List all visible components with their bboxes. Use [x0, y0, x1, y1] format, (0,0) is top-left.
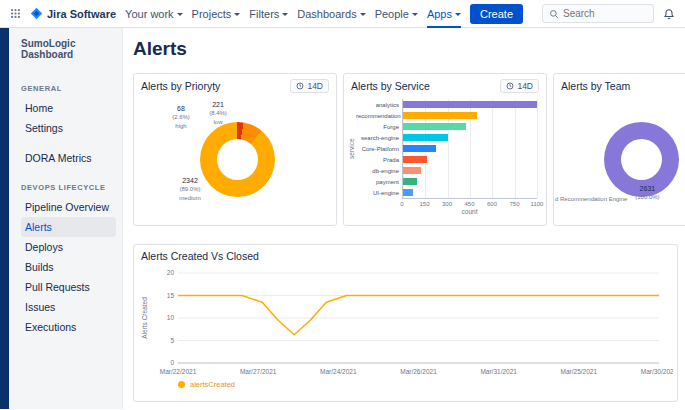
- sidebar-item-issues[interactable]: Issues: [21, 297, 116, 317]
- x-tick-label: Mar/26/2021: [400, 368, 437, 375]
- y-tick-label: 15: [167, 292, 175, 299]
- x-tick-label: 750: [509, 201, 519, 207]
- sidebar-item-settings[interactable]: Settings: [21, 118, 116, 138]
- bar-UI-engine[interactable]: [403, 189, 413, 196]
- chevron-down-icon: [177, 13, 183, 16]
- sidebar-item-executions[interactable]: Executions: [21, 317, 116, 337]
- search-input[interactable]: [563, 8, 645, 19]
- x-axis-label: count: [402, 208, 537, 215]
- card-title: Alerts by Prioryty: [141, 80, 220, 92]
- legend-label: alertsCreated: [190, 380, 235, 389]
- x-tick-label: 1100: [531, 201, 544, 207]
- time-range-badge[interactable]: 14D: [500, 79, 539, 93]
- bar-search-engine[interactable]: [403, 134, 448, 141]
- sidebar: SumoLogic Dashboard GENERAL Home Setting…: [9, 28, 123, 409]
- main-content: Alerts Alerts by Prioryty 14D 68: [123, 28, 685, 409]
- series-alertsCreated[interactable]: [178, 296, 659, 335]
- x-tick-label: 150: [419, 201, 429, 207]
- bar-plot: [402, 99, 537, 199]
- x-tick-label: 0: [400, 201, 403, 207]
- bar-Prada[interactable]: [403, 156, 427, 163]
- sidebar-item-dora-metrics[interactable]: DORA Metrics: [21, 148, 116, 168]
- chevron-down-icon: [282, 13, 288, 16]
- chevron-down-icon: [455, 13, 461, 16]
- create-button[interactable]: Create: [470, 4, 523, 24]
- sidebar-item-deploys[interactable]: Deploys: [21, 237, 116, 257]
- project-nav-strip: [0, 28, 9, 409]
- time-range-badge[interactable]: 14D: [290, 79, 329, 93]
- annotation-high: 68 (2.6%) high: [168, 104, 194, 130]
- sidebar-item-pull-requests[interactable]: Pull Requests: [21, 277, 116, 297]
- y-axis-label: service: [347, 99, 356, 199]
- x-tick-label: Mar/24/2021: [320, 368, 357, 375]
- category-label: db-engine: [356, 168, 399, 174]
- sidebar-title: SumoLogic Dashboard: [21, 38, 116, 60]
- category-label: analytics: [356, 102, 399, 108]
- category-label: recommendation: [356, 113, 399, 119]
- card-alerts-by-team: Alerts by Team 14D d Recommendation Engi…: [553, 73, 685, 226]
- category-label: payment: [356, 179, 399, 185]
- sidebar-item-builds[interactable]: Builds: [21, 257, 116, 277]
- nav-item-filters[interactable]: Filters: [249, 0, 288, 28]
- sidebar-item-home[interactable]: Home: [21, 98, 116, 118]
- chart-legend[interactable]: alertsCreated: [134, 377, 677, 389]
- clock-icon: [506, 82, 514, 90]
- card-title: Alerts by Team: [561, 80, 630, 92]
- x-tick-label: Mar/31/2021: [480, 368, 517, 375]
- x-tick-label: 300: [442, 201, 452, 207]
- x-tick-label: Mar/30/2021: [641, 368, 673, 375]
- team-donut-chart: d Recommendation Engine 2631 (100.0%): [554, 96, 685, 222]
- x-axis-ticks: 01503004506007501100: [402, 199, 537, 208]
- clock-icon: [296, 82, 304, 90]
- chevron-down-icon: [234, 13, 240, 16]
- category-label: Core-Platform: [356, 146, 399, 152]
- search-box[interactable]: [542, 4, 654, 23]
- card-title: Alerts by Service: [351, 80, 430, 92]
- bar-recommendation[interactable]: [403, 112, 477, 119]
- category-label: search-engine: [356, 135, 399, 141]
- sidebar-item-alerts[interactable]: Alerts: [21, 217, 116, 237]
- nav-item-apps[interactable]: Apps: [427, 0, 461, 28]
- page-title: Alerts: [133, 38, 685, 60]
- search-icon: [549, 9, 559, 19]
- sidebar-item-pipeline-overview[interactable]: Pipeline Overview: [21, 197, 116, 217]
- category-label: Prada: [356, 157, 399, 163]
- annotation-low: 221 (8.4%) low: [204, 100, 232, 126]
- priority-donut-chart: 68 (2.6%) high 221 (8.4%) low 2342 (89.0…: [134, 96, 336, 222]
- bar-db-engine[interactable]: [403, 167, 421, 174]
- jira-logo-icon: [30, 7, 43, 20]
- line-chart-svg: 05101520Mar/22/2021Mar/27/2021Mar/24/202…: [138, 265, 673, 377]
- bar-Core-Platform[interactable]: [403, 145, 436, 152]
- nav-item-people[interactable]: People: [375, 0, 418, 28]
- donut-ring[interactable]: [200, 122, 275, 197]
- chevron-down-icon: [360, 13, 366, 16]
- card-alerts-created-vs-closed: Alerts Created Vs Closed 05101520Mar/22/…: [133, 244, 678, 402]
- alerts-line-chart: 05101520Mar/22/2021Mar/27/2021Mar/24/202…: [138, 265, 673, 377]
- x-tick-label: Mar/25/2021: [561, 368, 598, 375]
- card-alerts-by-service: Alerts by Service 14D service analyticsr…: [343, 73, 547, 226]
- annotation-medium: 2342 (89.0%) medium: [170, 176, 210, 202]
- jira-brand[interactable]: Jira Software: [30, 7, 116, 20]
- y-tick-label: 10: [167, 314, 175, 321]
- category-label: Forge: [356, 124, 399, 130]
- x-tick-label: 450: [464, 201, 474, 207]
- nav-item-your-work[interactable]: Your work: [125, 0, 183, 28]
- card-alerts-by-priority: Alerts by Prioryty 14D 68 (2.6%) high: [133, 73, 337, 226]
- bar-payment[interactable]: [403, 178, 417, 185]
- chevron-down-icon: [412, 13, 418, 16]
- service-bar-chart: service analyticsrecommendationForgesear…: [344, 96, 546, 215]
- x-tick-label: Mar/22/2021: [160, 368, 197, 375]
- card-title: Alerts Created Vs Closed: [141, 250, 259, 262]
- bar-Forge[interactable]: [403, 123, 466, 130]
- nav-item-projects[interactable]: Projects: [192, 0, 241, 28]
- bar-analytics[interactable]: [403, 101, 537, 108]
- x-tick-label: Mar/27/2021: [240, 368, 277, 375]
- y-tick-label: 20: [167, 269, 175, 276]
- gridline: [537, 99, 538, 198]
- x-tick-label: 600: [487, 201, 497, 207]
- app-switcher-icon[interactable]: [10, 8, 21, 19]
- bell-icon[interactable]: [663, 8, 675, 20]
- category-label: UI-engine: [356, 190, 399, 196]
- sidebar-heading-devops: DEVOPS LIFECYCLE: [21, 183, 116, 192]
- nav-item-dashboards[interactable]: Dashboards: [297, 0, 365, 28]
